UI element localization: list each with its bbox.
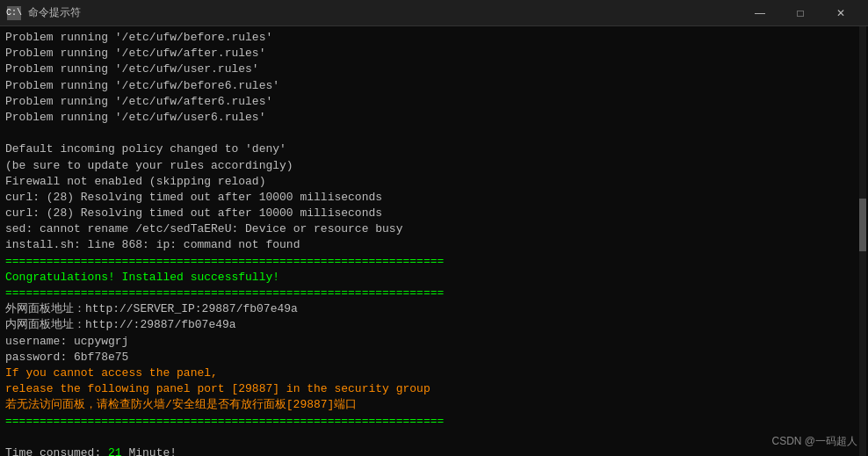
minimize-button[interactable]: — [740,0,780,26]
maximize-button[interactable]: □ [780,0,821,26]
terminal-body: Problem running '/etc/ufw/before.rules' … [0,26,868,456]
separator-1: ========================================… [5,255,444,268]
line-1: Problem running '/etc/ufw/before.rules' … [5,31,402,251]
time-value: 21 [108,446,122,456]
scrollbar-thumb[interactable] [859,199,866,251]
terminal-content: Problem running '/etc/ufw/before.rules' … [5,30,863,456]
scrollbar[interactable] [859,26,866,456]
separator-3: ========================================… [5,415,444,428]
warning-msg: If you cannot access the panel, release … [5,366,430,411]
window-controls: — □ ✕ [740,0,861,26]
close-button[interactable]: ✕ [821,0,861,26]
success-msg: Congratulations! Installed successfully! [5,271,279,284]
terminal-window: C:\ 命令提示符 — □ ✕ Problem running '/etc/uf… [0,0,868,456]
window-title: 命令提示符 [28,5,740,20]
panel-info: 外网面板地址：http://SERVER_IP:29887/fb07e49a 内… [5,302,298,364]
titlebar: C:\ 命令提示符 — □ ✕ [0,0,868,26]
window-icon: C:\ [7,6,21,20]
time-info: Time consumed: [5,446,108,456]
separator-2: ========================================… [5,286,444,300]
watermark: CSDN @一码超人 [771,434,857,449]
